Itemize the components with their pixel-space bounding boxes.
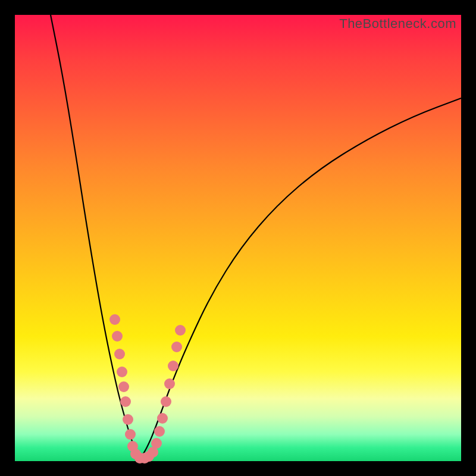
chart-frame: TheBottleneck.com [0,0,476,476]
marker-point [112,331,123,342]
marker-point [171,342,182,352]
marker-point [151,438,162,449]
marker-point [120,396,131,407]
curve-left-branch [51,15,140,458]
chart-svg [15,15,461,461]
marker-point [175,325,186,336]
marker-point [154,426,165,437]
marker-point [157,413,168,424]
marker-point [164,378,175,389]
marker-point [109,314,120,325]
marker-point [118,381,129,392]
plot-area: TheBottleneck.com [15,15,461,461]
marker-point [123,414,133,425]
marker-point [117,367,127,377]
marker-point [161,396,171,407]
marker-group [109,314,186,464]
marker-point [125,429,136,440]
curve-right-branch [140,98,461,458]
marker-point [114,349,125,359]
marker-point [168,361,178,371]
